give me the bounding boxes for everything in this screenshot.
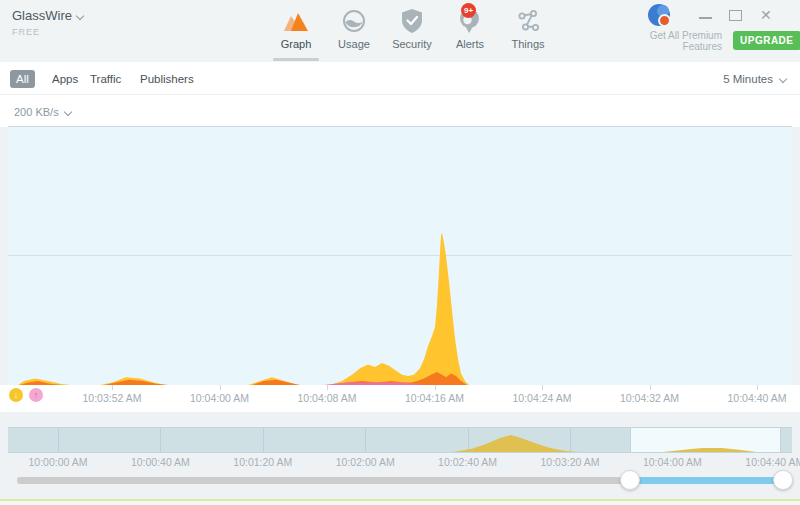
alerts-icon: 9+ bbox=[458, 7, 482, 35]
axis-tick bbox=[757, 385, 758, 390]
tab-label: Security bbox=[392, 38, 432, 50]
axis-tick bbox=[220, 385, 221, 390]
active-tab-indicator bbox=[273, 58, 319, 61]
maximize-button[interactable] bbox=[729, 10, 742, 21]
axis-label: 10:04:00 AM bbox=[190, 392, 249, 404]
scale-value: 200 KB/s bbox=[14, 106, 59, 118]
minimap-label: 10:03:20 AM bbox=[541, 456, 600, 468]
close-button[interactable]: ✕ bbox=[760, 6, 772, 24]
minimize-button[interactable] bbox=[699, 8, 713, 22]
app-title-menu[interactable]: GlassWire bbox=[12, 8, 83, 23]
minimap-labels: 10:00:00 AM10:00:40 AM10:01:20 AM10:02:0… bbox=[0, 456, 800, 470]
tab-usage[interactable]: Usage bbox=[327, 7, 381, 50]
time-range-value: 5 Minutes bbox=[723, 73, 773, 85]
header: GlassWire FREE Graph Usage Security bbox=[0, 0, 800, 62]
axis-label: 10:04:32 AM bbox=[620, 392, 679, 404]
minimap-label: 10:00:40 AM bbox=[131, 456, 190, 468]
plan-badge: FREE bbox=[12, 27, 40, 37]
minimap-label: 10:01:20 AM bbox=[233, 456, 292, 468]
premium-promo-text: Get All Premium Features bbox=[650, 30, 722, 52]
scale-dropdown[interactable]: 200 KB/s bbox=[14, 106, 71, 118]
minimap-traffic-series bbox=[8, 435, 792, 452]
tab-label: Usage bbox=[338, 38, 370, 50]
minimap-label: 10:00:00 AM bbox=[29, 456, 88, 468]
security-icon bbox=[400, 7, 424, 35]
tab-label: Graph bbox=[281, 38, 312, 50]
axis-label: 10:04:08 AM bbox=[298, 392, 357, 404]
time-range-dropdown[interactable]: 5 Minutes bbox=[723, 73, 786, 85]
minimap-label: 10:04:00 AM bbox=[643, 456, 702, 468]
minimap-label: 10:02:00 AM bbox=[336, 456, 395, 468]
tab-alerts[interactable]: 9+ Alerts bbox=[443, 7, 497, 50]
filter-bar: All Apps Traffic Publishers 5 Minutes bbox=[0, 62, 800, 95]
usage-icon bbox=[342, 7, 366, 35]
minimap-traffic-chart bbox=[8, 428, 792, 452]
axis-label: 10:04:16 AM bbox=[405, 392, 464, 404]
axis-tick bbox=[650, 385, 651, 390]
things-icon bbox=[516, 7, 540, 35]
upgrade-button[interactable]: UPGRADE bbox=[733, 31, 800, 50]
upload-legend-icon[interactable]: ↑ bbox=[29, 388, 43, 402]
app-name: GlassWire bbox=[12, 8, 72, 23]
premium-line2: Features bbox=[650, 41, 722, 52]
tab-things[interactable]: Things bbox=[501, 7, 555, 50]
traffic-area-chart bbox=[8, 127, 792, 385]
axis-tick bbox=[542, 385, 543, 390]
axis-label: 10:04:40 AM bbox=[728, 392, 787, 404]
minimap-label: 10:04:40 AM bbox=[745, 456, 800, 468]
graph-icon bbox=[283, 7, 309, 35]
chevron-down-icon bbox=[779, 75, 787, 83]
filter-traffic[interactable]: Traffic bbox=[84, 70, 127, 88]
glasswire-window: GlassWire FREE Graph Usage Security bbox=[0, 0, 800, 505]
premium-line1: Get All Premium bbox=[650, 30, 722, 41]
timeline-scrollbar-range[interactable] bbox=[630, 477, 783, 484]
scrollbar-right-handle[interactable] bbox=[773, 470, 793, 490]
tab-security[interactable]: Security bbox=[385, 7, 439, 50]
main-nav-tabs: Graph Usage Security 9+ Alerts bbox=[269, 7, 555, 50]
scrollbar-left-handle[interactable] bbox=[620, 470, 640, 490]
filter-apps[interactable]: Apps bbox=[46, 70, 84, 88]
filter-all[interactable]: All bbox=[10, 70, 35, 88]
time-axis: ↓ ↑ 10:03:52 AM10:04:00 AM10:04:08 AM10:… bbox=[0, 385, 800, 412]
alerts-count-badge: 9+ bbox=[461, 3, 476, 18]
filter-publishers[interactable]: Publishers bbox=[134, 70, 200, 88]
chevron-down-icon bbox=[63, 108, 71, 116]
series-download bbox=[8, 233, 792, 385]
tab-label: Things bbox=[511, 38, 544, 50]
axis-tick bbox=[112, 385, 113, 390]
window-bottom-fill bbox=[0, 501, 800, 505]
axis-label: 10:03:52 AM bbox=[83, 392, 142, 404]
axis-label: 10:04:24 AM bbox=[513, 392, 572, 404]
graph-canvas[interactable] bbox=[8, 127, 792, 385]
minimap-label: 10:02:40 AM bbox=[438, 456, 497, 468]
download-legend-icon[interactable]: ↓ bbox=[9, 388, 23, 402]
timeline-minimap[interactable] bbox=[8, 427, 792, 453]
axis-tick bbox=[435, 385, 436, 390]
chevron-down-icon bbox=[76, 11, 84, 19]
scale-row: 200 KB/s bbox=[8, 95, 792, 127]
tab-label: Alerts bbox=[456, 38, 484, 50]
account-avatar[interactable] bbox=[648, 4, 670, 26]
tab-graph[interactable]: Graph bbox=[269, 7, 323, 50]
axis-tick bbox=[327, 385, 328, 390]
